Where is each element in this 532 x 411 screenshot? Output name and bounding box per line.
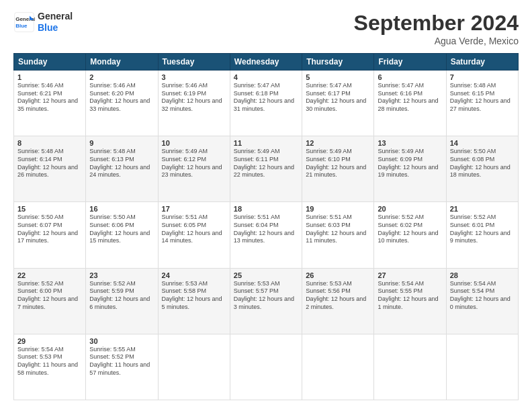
day-number: 24 xyxy=(162,271,226,279)
calendar-cell: 29Sunrise: 5:54 AMSunset: 5:53 PMDayligh… xyxy=(14,334,86,400)
calendar-cell: 3Sunrise: 5:46 AMSunset: 6:19 PMDaylight… xyxy=(158,71,230,136)
day-number: 7 xyxy=(450,73,515,81)
header: General Blue General Blue September 2024… xyxy=(13,11,519,46)
logo: General Blue General Blue xyxy=(13,11,73,34)
calendar-cell: 26Sunrise: 5:53 AMSunset: 5:56 PMDayligh… xyxy=(302,268,374,334)
calendar-header-row: Sunday Monday Tuesday Wednesday Thursday… xyxy=(14,54,519,71)
calendar-cell: 21Sunrise: 5:52 AMSunset: 6:01 PMDayligh… xyxy=(446,202,518,268)
calendar-cell: 15Sunrise: 5:50 AMSunset: 6:07 PMDayligh… xyxy=(14,202,86,268)
header-friday: Friday xyxy=(374,54,446,71)
day-content: Sunrise: 5:51 AMSunset: 6:05 PMDaylight:… xyxy=(162,214,226,245)
day-number: 16 xyxy=(89,205,154,213)
day-number: 9 xyxy=(89,139,154,147)
day-content: Sunrise: 5:48 AMSunset: 6:15 PMDaylight:… xyxy=(450,82,515,113)
day-content: Sunrise: 5:49 AMSunset: 6:10 PMDaylight:… xyxy=(306,148,370,179)
day-content: Sunrise: 5:52 AMSunset: 6:02 PMDaylight:… xyxy=(378,214,442,245)
day-number: 6 xyxy=(378,73,442,81)
day-number: 22 xyxy=(17,271,82,279)
day-number: 12 xyxy=(306,139,370,147)
calendar-cell: 17Sunrise: 5:51 AMSunset: 6:05 PMDayligh… xyxy=(158,202,230,268)
day-content: Sunrise: 5:48 AMSunset: 6:14 PMDaylight:… xyxy=(17,148,82,179)
day-content: Sunrise: 5:46 AMSunset: 6:21 PMDaylight:… xyxy=(17,82,82,113)
calendar-cell: 9Sunrise: 5:48 AMSunset: 6:13 PMDaylight… xyxy=(86,136,158,202)
day-content: Sunrise: 5:50 AMSunset: 6:08 PMDaylight:… xyxy=(450,148,515,179)
calendar-week-2: 8Sunrise: 5:48 AMSunset: 6:14 PMDaylight… xyxy=(14,136,519,202)
calendar-cell: 22Sunrise: 5:52 AMSunset: 6:00 PMDayligh… xyxy=(14,268,86,334)
day-content: Sunrise: 5:53 AMSunset: 5:58 PMDaylight:… xyxy=(162,280,226,312)
logo-icon: General Blue xyxy=(13,11,35,33)
day-content: Sunrise: 5:49 AMSunset: 6:12 PMDaylight:… xyxy=(162,148,226,179)
header-thursday: Thursday xyxy=(302,54,374,71)
header-saturday: Saturday xyxy=(446,54,518,71)
calendar-cell: 7Sunrise: 5:48 AMSunset: 6:15 PMDaylight… xyxy=(446,71,518,136)
day-content: Sunrise: 5:52 AMSunset: 6:01 PMDaylight:… xyxy=(450,214,515,245)
day-number: 10 xyxy=(162,139,226,147)
calendar-week-5: 29Sunrise: 5:54 AMSunset: 5:53 PMDayligh… xyxy=(14,334,519,400)
day-content: Sunrise: 5:46 AMSunset: 6:19 PMDaylight:… xyxy=(162,82,226,113)
day-content: Sunrise: 5:53 AMSunset: 5:57 PMDaylight:… xyxy=(234,280,298,312)
day-number: 27 xyxy=(378,271,442,279)
calendar-cell: 13Sunrise: 5:49 AMSunset: 6:09 PMDayligh… xyxy=(374,136,446,202)
day-content: Sunrise: 5:54 AMSunset: 5:54 PMDaylight:… xyxy=(450,280,515,312)
calendar-cell xyxy=(374,334,446,400)
day-number: 4 xyxy=(234,73,298,81)
calendar-cell: 14Sunrise: 5:50 AMSunset: 6:08 PMDayligh… xyxy=(446,136,518,202)
day-number: 17 xyxy=(162,205,226,213)
day-number: 2 xyxy=(89,73,154,81)
day-content: Sunrise: 5:46 AMSunset: 6:20 PMDaylight:… xyxy=(89,82,154,113)
day-number: 23 xyxy=(89,271,154,279)
calendar-cell: 2Sunrise: 5:46 AMSunset: 6:20 PMDaylight… xyxy=(86,71,158,136)
calendar-cell: 4Sunrise: 5:47 AMSunset: 6:18 PMDaylight… xyxy=(230,71,302,136)
day-content: Sunrise: 5:54 AMSunset: 5:55 PMDaylight:… xyxy=(378,280,442,312)
day-number: 3 xyxy=(162,73,226,81)
day-number: 5 xyxy=(306,73,370,81)
header-monday: Monday xyxy=(86,54,158,71)
location: Agua Verde, Mexico xyxy=(354,36,519,46)
calendar-cell: 10Sunrise: 5:49 AMSunset: 6:12 PMDayligh… xyxy=(158,136,230,202)
calendar-cell: 18Sunrise: 5:51 AMSunset: 6:04 PMDayligh… xyxy=(230,202,302,268)
title-block: September 2024 Agua Verde, Mexico xyxy=(354,11,519,46)
day-number: 19 xyxy=(306,205,370,213)
calendar-cell: 5Sunrise: 5:47 AMSunset: 6:17 PMDaylight… xyxy=(302,71,374,136)
day-content: Sunrise: 5:48 AMSunset: 6:13 PMDaylight:… xyxy=(89,148,154,179)
day-number: 21 xyxy=(450,205,515,213)
day-number: 1 xyxy=(17,73,82,81)
day-number: 30 xyxy=(89,337,154,345)
calendar-cell: 19Sunrise: 5:51 AMSunset: 6:03 PMDayligh… xyxy=(302,202,374,268)
day-content: Sunrise: 5:49 AMSunset: 6:11 PMDaylight:… xyxy=(234,148,298,179)
day-number: 25 xyxy=(234,271,298,279)
calendar-cell: 11Sunrise: 5:49 AMSunset: 6:11 PMDayligh… xyxy=(230,136,302,202)
day-content: Sunrise: 5:52 AMSunset: 5:59 PMDaylight:… xyxy=(89,280,154,312)
calendar-cell xyxy=(302,334,374,400)
day-number: 20 xyxy=(378,205,442,213)
calendar-cell: 16Sunrise: 5:50 AMSunset: 6:06 PMDayligh… xyxy=(86,202,158,268)
day-content: Sunrise: 5:51 AMSunset: 6:04 PMDaylight:… xyxy=(234,214,298,245)
day-content: Sunrise: 5:50 AMSunset: 6:06 PMDaylight:… xyxy=(89,214,154,245)
calendar-cell: 6Sunrise: 5:47 AMSunset: 6:16 PMDaylight… xyxy=(374,71,446,136)
day-content: Sunrise: 5:51 AMSunset: 6:03 PMDaylight:… xyxy=(306,214,370,245)
calendar-cell: 20Sunrise: 5:52 AMSunset: 6:02 PMDayligh… xyxy=(374,202,446,268)
page: General Blue General Blue September 2024… xyxy=(0,0,532,411)
header-sunday: Sunday xyxy=(14,54,86,71)
day-number: 18 xyxy=(234,205,298,213)
calendar-cell: 1Sunrise: 5:46 AMSunset: 6:21 PMDaylight… xyxy=(14,71,86,136)
calendar-cell: 28Sunrise: 5:54 AMSunset: 5:54 PMDayligh… xyxy=(446,268,518,334)
calendar-cell: 25Sunrise: 5:53 AMSunset: 5:57 PMDayligh… xyxy=(230,268,302,334)
calendar-cell: 24Sunrise: 5:53 AMSunset: 5:58 PMDayligh… xyxy=(158,268,230,334)
day-content: Sunrise: 5:49 AMSunset: 6:09 PMDaylight:… xyxy=(378,148,442,179)
day-number: 13 xyxy=(378,139,442,147)
month-title: September 2024 xyxy=(354,11,519,36)
day-number: 26 xyxy=(306,271,370,279)
svg-text:Blue: Blue xyxy=(15,23,28,29)
calendar-week-4: 22Sunrise: 5:52 AMSunset: 6:00 PMDayligh… xyxy=(14,268,519,334)
calendar-cell xyxy=(230,334,302,400)
calendar-week-3: 15Sunrise: 5:50 AMSunset: 6:07 PMDayligh… xyxy=(14,202,519,268)
day-content: Sunrise: 5:55 AMSunset: 5:52 PMDaylight:… xyxy=(89,346,154,377)
day-number: 29 xyxy=(17,337,82,345)
header-wednesday: Wednesday xyxy=(230,54,302,71)
day-number: 28 xyxy=(450,271,515,279)
day-number: 14 xyxy=(450,139,515,147)
day-content: Sunrise: 5:54 AMSunset: 5:53 PMDaylight:… xyxy=(17,346,82,377)
day-content: Sunrise: 5:52 AMSunset: 6:00 PMDaylight:… xyxy=(17,280,82,312)
calendar-cell: 27Sunrise: 5:54 AMSunset: 5:55 PMDayligh… xyxy=(374,268,446,334)
